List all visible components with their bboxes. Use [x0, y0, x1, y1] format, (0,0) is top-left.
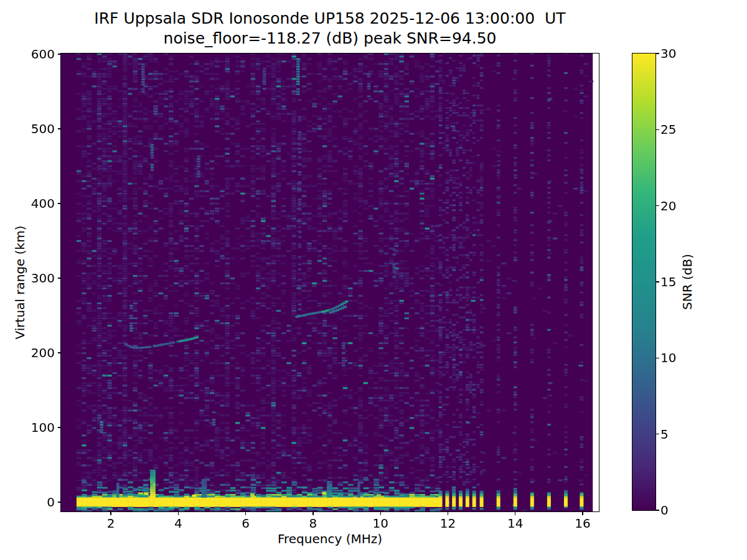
x-tick-mark: [110, 512, 111, 515]
x-tick-mark: [515, 512, 515, 515]
x-tick-label: 8: [288, 515, 338, 531]
chart-subtitle: noise_floor=-118.27 (dB) peak SNR=94.50: [19, 29, 641, 48]
x-tick-mark: [312, 512, 313, 515]
y-tick-label: 0: [11, 494, 55, 510]
colorbar-tick-mark: [656, 358, 659, 358]
x-tick-mark: [380, 512, 381, 515]
ionogram-heatmap: [61, 54, 599, 511]
y-tick-mark: [58, 352, 61, 353]
y-tick-label: 500: [11, 121, 55, 137]
y-tick-label: 200: [11, 345, 55, 361]
colorbar-tick-mark: [656, 281, 659, 282]
x-tick-label: 10: [355, 515, 405, 531]
x-tick-mark: [245, 512, 246, 515]
x-tick-mark: [582, 512, 583, 515]
y-tick-mark: [58, 203, 61, 203]
colorbar-tick-mark: [656, 129, 659, 130]
y-tick-label: 300: [11, 270, 55, 286]
x-tick-mark: [448, 512, 448, 515]
x-tick-mark: [178, 512, 179, 515]
y-tick-mark: [58, 502, 61, 502]
colorbar-tick-label: 30: [660, 45, 704, 62]
y-tick-mark: [58, 278, 61, 278]
ionogram-figure: IRF Uppsala SDR Ionosonde UP158 2025-12-…: [0, 0, 747, 560]
x-tick-label: 14: [491, 515, 540, 531]
colorbar-tick-mark: [656, 434, 659, 434]
colorbar-tick-label: 20: [660, 198, 704, 214]
y-tick-label: 600: [11, 46, 55, 62]
x-tick-label: 16: [558, 515, 608, 531]
y-tick-mark: [58, 128, 61, 129]
x-tick-label: 4: [153, 515, 203, 531]
colorbar-tick-label: 5: [660, 426, 704, 442]
colorbar-gradient: [632, 54, 655, 510]
colorbar-tick-label: 10: [660, 350, 704, 366]
y-tick-mark: [58, 427, 61, 427]
colorbar-tick-mark: [656, 510, 659, 510]
colorbar-tick-label: 25: [660, 121, 704, 138]
chart-title: IRF Uppsala SDR Ionosonde UP158 2025-12-…: [19, 9, 641, 28]
colorbar-tick-mark: [656, 205, 659, 206]
x-axis-label: Frequency (MHz): [205, 531, 454, 547]
x-tick-label: 6: [221, 515, 271, 531]
y-tick-label: 100: [11, 419, 55, 436]
y-tick-mark: [58, 54, 61, 54]
colorbar-tick-mark: [656, 53, 659, 54]
y-tick-label: 400: [11, 195, 55, 212]
colorbar-tick-label: 15: [660, 274, 704, 290]
colorbar-tick-label: 0: [660, 502, 704, 518]
x-tick-label: 12: [423, 515, 472, 531]
x-tick-label: 2: [86, 515, 136, 531]
